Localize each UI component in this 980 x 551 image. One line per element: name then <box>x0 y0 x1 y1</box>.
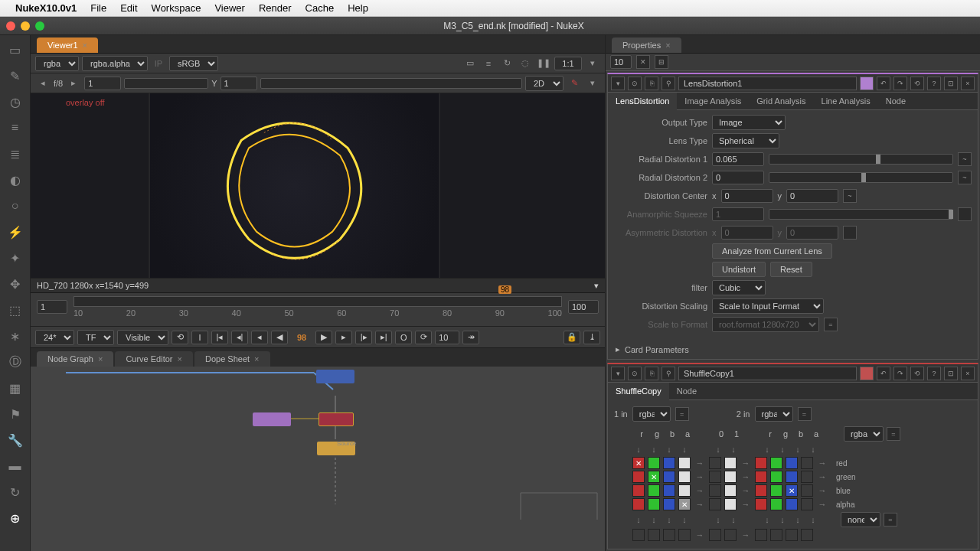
scaling-select[interactable]: Scale to Input Format <box>712 298 824 314</box>
output-type-select[interactable]: Image <box>712 115 786 130</box>
color-swatch-icon[interactable] <box>860 77 874 90</box>
dropdown-icon[interactable]: ▾ <box>585 77 600 90</box>
play-fwd-icon[interactable]: ▶ <box>315 331 332 344</box>
menu-viewer[interactable]: Viewer <box>214 2 245 14</box>
menu-help[interactable]: Help <box>348 2 368 14</box>
tab-dopesheet[interactable]: Dope Sheet× <box>194 351 270 367</box>
fps-select[interactable]: 24* <box>35 330 74 345</box>
tab-gridanalysis[interactable]: Grid Analysis <box>749 93 813 109</box>
tool-color-icon[interactable]: ≣ <box>7 145 24 162</box>
last-frame-icon[interactable]: ▸| <box>375 331 392 344</box>
in2-select[interactable]: rgba <box>755 406 793 422</box>
roi-icon[interactable]: ◌ <box>518 57 533 70</box>
collapse-icon[interactable]: ▾ <box>611 77 625 90</box>
redo-icon[interactable]: ↷ <box>893 77 907 90</box>
close-tab-icon[interactable]: × <box>83 41 87 50</box>
next-icon[interactable]: ▸ <box>66 77 81 90</box>
channel-select[interactable]: rgba <box>35 56 79 71</box>
menu-edit[interactable]: Edit <box>120 2 137 14</box>
tool-image-icon[interactable]: ▭ <box>7 41 24 58</box>
loop-icon[interactable]: ⟳ <box>415 331 432 344</box>
tool-keyer-icon[interactable]: ○ <box>7 197 24 214</box>
viewer-tab[interactable]: Viewer1 × <box>37 37 98 53</box>
expand-icon[interactable]: ▸ <box>616 344 620 354</box>
tool-deep-icon[interactable]: ∗ <box>7 328 24 344</box>
tool-other-icon[interactable]: ⚑ <box>7 406 24 422</box>
tab-node[interactable]: Node <box>669 383 704 399</box>
help-icon[interactable]: ? <box>927 367 941 380</box>
undistort-button[interactable]: Undistort <box>712 262 766 277</box>
out-point-icon[interactable]: O <box>395 331 412 344</box>
close-tab-icon[interactable]: × <box>98 354 103 364</box>
fstop-slider[interactable] <box>124 78 208 89</box>
panel-count[interactable] <box>610 55 632 69</box>
tool-time-icon[interactable]: ◷ <box>7 93 24 110</box>
timeline-end[interactable] <box>568 300 599 314</box>
clear-panels-icon[interactable]: ✕ <box>636 55 650 69</box>
rad2-slider[interactable] <box>769 172 953 183</box>
tab-node[interactable]: Node <box>878 93 913 109</box>
clone-icon[interactable]: ⎘ <box>645 77 658 90</box>
refresh-icon[interactable]: ↻ <box>499 57 514 70</box>
zoom-ratio[interactable]: 1:1 <box>554 57 582 70</box>
nodegraph[interactable]: Source <box>31 367 605 551</box>
tab-shufflecopy[interactable]: ShuffleCopy <box>608 383 669 400</box>
menu-cache[interactable]: Cache <box>305 2 335 14</box>
lens-type-select[interactable]: Spherical <box>712 133 779 148</box>
redo-icon[interactable]: ↷ <box>893 367 907 380</box>
tab-curveeditor[interactable]: Curve Editor× <box>115 351 193 367</box>
tool-transform-icon[interactable]: ✦ <box>7 249 24 266</box>
viewport[interactable]: overlay off <box>31 93 605 278</box>
prev-icon[interactable]: ◂ <box>35 77 51 90</box>
tool-globe-icon[interactable]: ⊕ <box>7 510 24 527</box>
pencil-icon[interactable]: ✎ <box>567 77 582 90</box>
revert-icon[interactable]: ⟲ <box>910 77 924 90</box>
viewer-icon-1[interactable]: ▭ <box>462 57 478 70</box>
ip-toggle[interactable]: IP <box>151 57 166 70</box>
node-merge[interactable] <box>318 412 354 426</box>
alpha-select[interactable]: rgba.alpha <box>82 56 148 71</box>
skip-icon[interactable]: ↠ <box>462 331 479 344</box>
tool-filter-icon[interactable]: ◐ <box>7 171 24 188</box>
minimize-window-icon[interactable] <box>21 21 30 31</box>
view-mode-select[interactable]: 2D <box>525 76 564 91</box>
node-lensdistortion[interactable] <box>253 412 291 426</box>
tool-views-icon[interactable]: Ⓓ <box>7 354 24 370</box>
rad2-input[interactable] <box>712 171 764 184</box>
analyze-button[interactable]: Analyze from Current Lens <box>712 243 832 259</box>
color-swatch-icon[interactable] <box>860 367 874 380</box>
node-name-input[interactable] <box>678 77 857 90</box>
anim-icon[interactable] <box>843 226 857 240</box>
tool-particles-icon[interactable]: ⬚ <box>7 302 24 318</box>
reset-button[interactable]: Reset <box>770 262 812 277</box>
collapse-icon[interactable]: ▾ <box>611 367 625 380</box>
close-tab-icon[interactable]: × <box>665 41 670 50</box>
out-select[interactable]: rgba <box>844 426 884 442</box>
menu-render[interactable]: Render <box>259 2 292 14</box>
node-read[interactable] <box>316 370 354 383</box>
tool-metadata-icon[interactable]: ▦ <box>7 380 24 396</box>
anim-icon[interactable] <box>958 207 972 221</box>
undo-icon[interactable]: ↶ <box>877 77 890 90</box>
bug-icon[interactable]: ⚲ <box>662 77 675 90</box>
none-select[interactable]: none <box>841 512 880 527</box>
tab-imageanalysis[interactable]: Image Analysis <box>677 93 749 109</box>
float-icon[interactable]: ⊡ <box>944 77 958 90</box>
tool-channel-icon[interactable]: ≡ <box>7 119 24 136</box>
link-icon[interactable]: = <box>824 318 838 331</box>
anim-icon[interactable]: ~ <box>958 152 972 166</box>
tool-merge-icon[interactable]: ⚡ <box>7 223 24 240</box>
close-tab-icon[interactable]: × <box>254 354 259 364</box>
close-window-icon[interactable] <box>6 21 15 31</box>
in-point-icon[interactable]: I <box>191 331 208 344</box>
shuffle-row-blue[interactable]: →→✕→blue <box>614 484 972 497</box>
timeline-track[interactable] <box>74 296 562 307</box>
clone-icon[interactable]: ⎘ <box>645 367 658 380</box>
anim-icon[interactable]: ~ <box>843 189 857 203</box>
rad1-slider[interactable] <box>769 154 953 165</box>
center-y-input[interactable] <box>786 189 838 203</box>
shuffle-row-green[interactable]: ✕→→→green <box>614 471 972 483</box>
expand-icon[interactable]: ▾ <box>585 57 600 70</box>
link-icon[interactable]: = <box>884 513 897 527</box>
link-icon[interactable]: = <box>675 407 689 421</box>
